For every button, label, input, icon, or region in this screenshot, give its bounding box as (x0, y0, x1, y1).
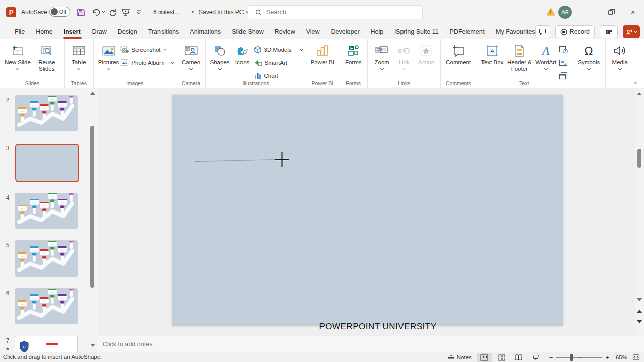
tab-insert[interactable]: Insert (58, 24, 87, 39)
start-slideshow-button[interactable] (120, 6, 132, 18)
tab-file[interactable]: File (9, 24, 30, 39)
reuse-slides-button[interactable]: Reuse Slides (32, 41, 61, 73)
panel-scroll-down-icon[interactable] (90, 344, 95, 347)
slide-3-canvas[interactable] (172, 95, 563, 326)
screenshot-button[interactable]: Screenshot (120, 44, 173, 55)
slideshow-view-button[interactable] (528, 353, 543, 362)
slide-thumbnail-5[interactable]: 5 (0, 241, 98, 276)
panel-scrollbar[interactable] (89, 88, 97, 352)
slide-number-button[interactable] (559, 59, 568, 68)
slide-7-preview[interactable]: U1100+ (15, 336, 77, 352)
next-slide-button[interactable] (637, 320, 642, 323)
warning-icon[interactable] (546, 8, 555, 18)
tab-view[interactable]: View (301, 24, 326, 39)
date-time-button[interactable] (559, 45, 568, 56)
customize-qat-button[interactable] (133, 6, 145, 18)
slide-5-preview[interactable] (15, 241, 77, 276)
slide-thumbnail-4[interactable]: 4 (0, 193, 98, 228)
slide-editing-canvas[interactable]: POWERPOINT UNIVERSITY (98, 88, 635, 336)
close-button[interactable]: × (626, 6, 640, 18)
tab-developer[interactable]: Developer (326, 24, 365, 39)
forms-button[interactable]: F Forms (342, 41, 364, 67)
search-input[interactable] (266, 9, 407, 16)
redo-button[interactable] (107, 6, 119, 18)
collapse-ribbon-chevron-icon[interactable] (634, 82, 637, 85)
zoom-slider-thumb[interactable] (570, 354, 573, 361)
tab-my-favourites[interactable]: My Favourites (490, 24, 541, 39)
smartart-button[interactable]: SmartArt (254, 57, 303, 68)
symbols-button[interactable]: Ω Symbols (575, 41, 602, 71)
icons-button[interactable]: Icons (231, 41, 254, 67)
teams-share-button[interactable]: T (600, 25, 618, 38)
notes-toggle-button[interactable]: Notes (444, 352, 476, 362)
panel-scroll-thumb[interactable] (90, 126, 94, 288)
vertical-guide[interactable] (367, 90, 367, 326)
tab-animations[interactable]: Animations (184, 24, 226, 39)
zoom-level[interactable]: 65% (612, 354, 627, 360)
new-comment-button[interactable]: Comment (444, 41, 473, 67)
normal-view-button[interactable] (477, 353, 492, 362)
shapes-button[interactable]: Shapes (209, 41, 231, 71)
avatar[interactable]: AR (558, 6, 572, 19)
canvas-scroll-thumb[interactable] (637, 149, 641, 168)
3d-models-button[interactable]: 3D Models (254, 44, 303, 55)
autosave-toggle[interactable]: Off (49, 7, 70, 17)
new-slide-chevron-icon (16, 67, 19, 70)
panel-scroll-up-icon[interactable] (90, 92, 95, 95)
reading-view-button[interactable] (511, 353, 526, 362)
saved-status[interactable]: Saved to this PC (199, 9, 249, 16)
slide-sorter-view-button[interactable] (494, 353, 509, 362)
search-box[interactable] (248, 5, 423, 19)
record-button[interactable]: Record (555, 25, 595, 38)
comments-button[interactable] (535, 25, 550, 38)
tab-review[interactable]: Review (269, 24, 301, 39)
zoom-out-button[interactable]: − (549, 354, 553, 361)
wordart-button[interactable]: A WordArt (534, 41, 558, 71)
canvas-scroll-down-icon[interactable] (637, 298, 642, 301)
share-button[interactable] (623, 25, 640, 38)
media-button[interactable]: Media (609, 41, 631, 71)
pictures-button[interactable]: Pictures (97, 41, 121, 71)
photo-album-button[interactable]: Photo Album (120, 57, 173, 68)
power-bi-button[interactable]: Power BI (309, 41, 336, 67)
zoom-slider[interactable]: + (556, 353, 602, 361)
previous-slide-button[interactable] (637, 310, 642, 313)
canvas-scrollbar[interactable] (635, 88, 644, 336)
new-slide-button[interactable]: New Slide (3, 41, 32, 71)
zoom-button[interactable]: Zoom (371, 41, 393, 71)
slide-thumbnail-6[interactable]: 6 (0, 289, 98, 324)
notes-placeholder[interactable]: Click to add notes (103, 341, 152, 348)
slide-6-preview[interactable] (15, 289, 77, 324)
tab-transitions[interactable]: Transitions (143, 24, 185, 39)
tab-pdfelement[interactable]: PDFelement (444, 24, 490, 39)
text-box-button[interactable]: A Text Box (479, 41, 505, 67)
undo-button[interactable] (90, 6, 102, 18)
tab-ispring-suite-11[interactable]: iSpring Suite 11 (389, 24, 444, 39)
chart-button[interactable]: Chart (254, 70, 303, 81)
slide-footer-text[interactable]: POWERPOINT UNIVERSITY (319, 322, 436, 332)
slide-3-preview[interactable] (15, 144, 79, 182)
document-title[interactable]: 6 milest... (153, 9, 179, 16)
minimize-button[interactable]: – (581, 6, 595, 18)
slide-thumbnail-7[interactable]: 7★U1100+ (0, 336, 98, 352)
undo-dropdown-chevron-icon[interactable] (102, 9, 105, 13)
save-button[interactable] (74, 6, 87, 18)
table-button[interactable]: Table (68, 41, 90, 71)
tab-slide-show[interactable]: Slide Show (226, 24, 269, 39)
zoom-in-button[interactable]: + (605, 354, 609, 361)
notes-pane[interactable]: Click to add notes (98, 336, 644, 352)
slide-4-preview[interactable] (15, 193, 77, 228)
slide-thumbnail-3[interactable]: 3 (0, 144, 98, 182)
restore-button[interactable] (603, 6, 617, 18)
tab-help[interactable]: Help (365, 24, 389, 39)
fit-to-window-icon[interactable] (632, 354, 640, 361)
canvas-scroll-up-icon[interactable] (637, 92, 642, 95)
powerpoint-logo-icon[interactable]: P (6, 7, 16, 17)
slide-thumbnail-2[interactable]: 2 (0, 96, 98, 131)
header-footer-button[interactable]: Header & Footer (505, 41, 534, 73)
tab-home[interactable]: Home (30, 24, 58, 39)
tab-design[interactable]: Design (112, 24, 143, 39)
cameo-button[interactable]: P Cameo (180, 41, 202, 71)
tab-draw[interactable]: Draw (87, 24, 112, 39)
slide-2-preview[interactable] (15, 96, 77, 131)
